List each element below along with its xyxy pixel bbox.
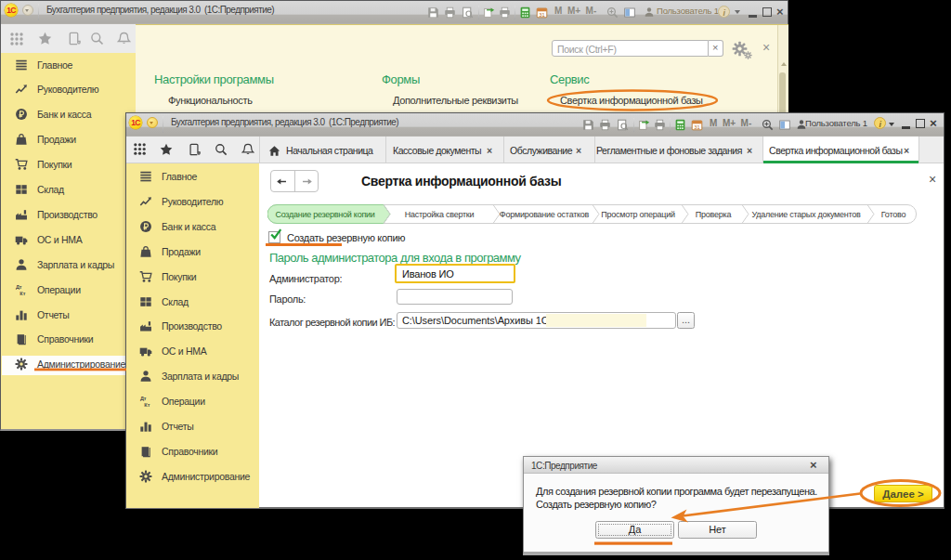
svg-text:Просмотр операций: Просмотр операций: [601, 210, 675, 219]
svg-text:Формирование остатков: Формирование остатков: [500, 210, 590, 219]
svg-text:Настройка свертки: Настройка свертки: [405, 210, 475, 219]
svg-text:Проверка: Проверка: [696, 210, 732, 219]
svg-text:Удаление старых документов: Удаление старых документов: [751, 210, 861, 219]
svg-text:Создание резервной копии: Создание резервной копии: [275, 210, 374, 219]
svg-text:Готово: Готово: [881, 210, 906, 219]
